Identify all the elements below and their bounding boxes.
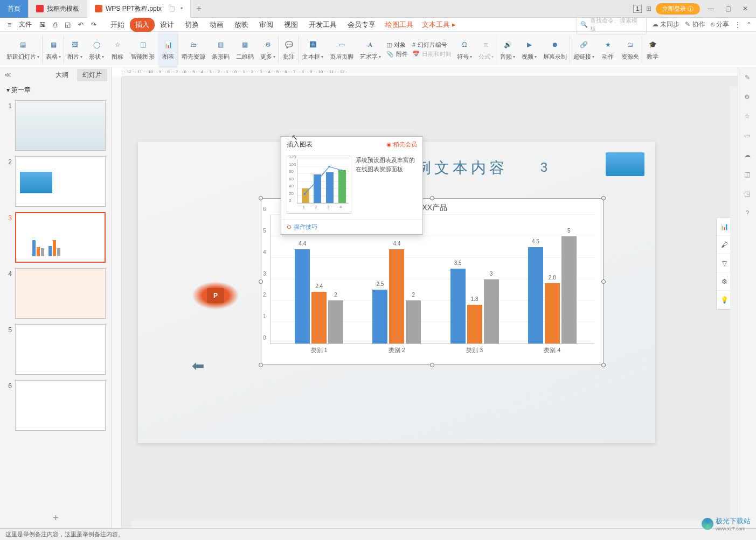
tab-review[interactable]: 审阅: [254, 18, 279, 32]
btn-header-footer[interactable]: ▭页眉页脚: [327, 32, 357, 67]
maximize-button[interactable]: ▢: [722, 2, 734, 15]
slide-thumb-3[interactable]: [15, 212, 106, 263]
wordart-icon: 𝐀: [364, 38, 378, 52]
btn-equation[interactable]: π公式▾: [475, 32, 497, 67]
tab-start[interactable]: 开始: [105, 18, 130, 32]
btn-image[interactable]: 🖼图片▾: [64, 32, 86, 67]
btn-teach[interactable]: 🎓教学: [642, 32, 663, 67]
btn-hyperlink[interactable]: 🔗超链接▾: [570, 32, 598, 67]
rail-favorite-icon[interactable]: ☆: [741, 110, 753, 122]
tab-slides[interactable]: 幻灯片: [77, 69, 107, 81]
btn-audio[interactable]: 🔊音频▾: [497, 32, 518, 67]
tab-vip[interactable]: 会员专享: [342, 18, 381, 32]
new-tab-button[interactable]: +: [191, 4, 207, 13]
sync-status[interactable]: ☁ 未同步: [652, 20, 679, 29]
undo-icon[interactable]: ↶: [75, 19, 87, 30]
btn-barcode[interactable]: ▥条形码: [209, 32, 233, 67]
menu-hamburger-icon[interactable]: ≡: [4, 19, 15, 30]
btn-symbol[interactable]: Ω符号▾: [454, 32, 475, 67]
layout-icon[interactable]: 1: [633, 5, 642, 13]
slide-thumb-6[interactable]: [15, 380, 106, 431]
slide-thumb-1[interactable]: [15, 100, 106, 151]
save-icon[interactable]: 🖫: [36, 19, 49, 30]
rail-cube-icon[interactable]: ◳: [741, 188, 753, 200]
tab-text-tools[interactable]: 文本工具 ▸: [418, 18, 460, 32]
minimize-button[interactable]: —: [704, 2, 717, 15]
tab-close-icon[interactable]: •: [181, 5, 183, 12]
btn-wordart[interactable]: 𝐀艺术字▾: [357, 32, 384, 67]
rail-bookmark-icon[interactable]: ◫: [741, 169, 753, 180]
preview-icon[interactable]: ◱: [61, 19, 74, 30]
rail-screen-icon[interactable]: ▭: [741, 130, 753, 142]
chart-idea-icon[interactable]: 💡: [717, 291, 732, 309]
chart-styles-icon[interactable]: 🖌: [717, 236, 732, 254]
collapse-panel-icon[interactable]: ≪: [4, 71, 11, 79]
tab-document[interactable]: WPS PPT教程.pptx ▢ •: [87, 0, 191, 18]
tab-home[interactable]: 首页: [0, 0, 29, 18]
slide-thumb-4[interactable]: [15, 268, 106, 319]
btn-datetime[interactable]: 📅 日期和时间: [412, 50, 452, 58]
share-button[interactable]: ⎋ 分享: [711, 20, 729, 29]
login-button[interactable]: 立即登录 ⓘ: [656, 3, 700, 15]
tab-slideshow[interactable]: 放映: [229, 18, 254, 32]
btn-textbox[interactable]: 🅰文本框▾: [299, 32, 327, 67]
print-icon[interactable]: ⎙: [50, 19, 60, 30]
collapse-ribbon-icon[interactable]: ⌃: [746, 21, 752, 29]
slide-thumb-2[interactable]: [15, 156, 106, 207]
tab-developer[interactable]: 开发工具: [303, 18, 342, 32]
canvas-area: · · 12 · · 11 · · 10 · · 9 · · 8 · · 7 ·…: [112, 67, 738, 528]
btn-video[interactable]: ▶视频▾: [518, 32, 540, 67]
btn-action[interactable]: ★动作: [598, 32, 618, 67]
chapter-heading[interactable]: ▾ 第一章: [0, 82, 112, 98]
chart-elements-icon[interactable]: 📊: [717, 218, 732, 236]
tab-templates[interactable]: 找稻壳模板: [29, 0, 87, 18]
tab-insert[interactable]: 插入: [130, 18, 155, 32]
scrollbar-horizontal[interactable]: [131, 521, 730, 528]
btn-new-slide[interactable]: ▤新建幻灯片▾: [3, 32, 43, 67]
btn-smartart[interactable]: ◫智能图形: [128, 32, 158, 67]
btn-slide-number[interactable]: # 幻灯片编号: [412, 41, 452, 49]
btn-shapes[interactable]: ◯形状▾: [86, 32, 107, 67]
rail-help-icon[interactable]: ?: [741, 207, 753, 219]
chart-settings-icon[interactable]: ⚙: [717, 272, 732, 291]
asset-panel-icon: 🗂: [623, 38, 637, 52]
rail-design-icon[interactable]: ✎: [741, 72, 753, 83]
scrollbar-vertical[interactable]: [730, 87, 738, 528]
file-menu[interactable]: 文件: [16, 18, 35, 31]
btn-asset-panel[interactable]: 🗂资源夹: [618, 32, 642, 67]
apps-icon[interactable]: ⊞: [646, 5, 651, 12]
tab-menu-icon[interactable]: ▢: [169, 5, 175, 12]
chart-filter-icon[interactable]: ▽: [717, 254, 732, 272]
tab-design[interactable]: 设计: [155, 18, 179, 32]
btn-attachment[interactable]: 📎 附件: [386, 50, 408, 58]
powerpoint-logo-icon: P: [192, 282, 239, 310]
redo-icon[interactable]: ↷: [88, 19, 100, 30]
slide-thumb-5[interactable]: [15, 324, 106, 375]
close-button[interactable]: ✕: [739, 2, 752, 15]
tab-animation[interactable]: 动画: [204, 18, 229, 32]
btn-screen-record[interactable]: ⏺屏幕录制: [540, 32, 570, 67]
btn-more[interactable]: ⚙更多▾: [257, 32, 279, 67]
coop-button[interactable]: ✎ 协作: [685, 20, 705, 29]
btn-object[interactable]: ◫ 对象: [386, 41, 408, 49]
btn-qrcode[interactable]: ▩二维码: [233, 32, 257, 67]
tab-outline[interactable]: 大纲: [50, 69, 74, 81]
btn-icons[interactable]: ☆图标: [107, 32, 128, 67]
btn-comment[interactable]: 💬批注: [279, 32, 299, 67]
add-slide-button[interactable]: +: [0, 508, 112, 528]
rail-settings-icon[interactable]: ⚙: [741, 91, 753, 103]
tab-drawing-tools[interactable]: 绘图工具: [381, 18, 418, 32]
btn-docer-resource[interactable]: 🗁稻壳资源: [178, 32, 209, 67]
tab-transition[interactable]: 切换: [179, 18, 204, 32]
btn-chart[interactable]: 📊图表: [158, 32, 178, 67]
screen-record-icon: ⏺: [548, 38, 562, 52]
slide-image[interactable]: [606, 152, 644, 176]
notes-text[interactable]: 这里是举例备注内容，这里是举例备注内容。: [5, 530, 124, 538]
tab-view[interactable]: 视图: [279, 18, 303, 32]
btn-table[interactable]: ▦表格▾: [43, 32, 64, 67]
arrow-left-icon[interactable]: ⬅: [192, 357, 204, 375]
rail-cloud-icon[interactable]: ☁: [741, 149, 753, 161]
more-icon[interactable]: ⋮: [734, 21, 741, 29]
tooltip-tips-link[interactable]: ⊙ 操作技巧: [281, 219, 422, 234]
slide-number-text: 3: [540, 160, 547, 175]
